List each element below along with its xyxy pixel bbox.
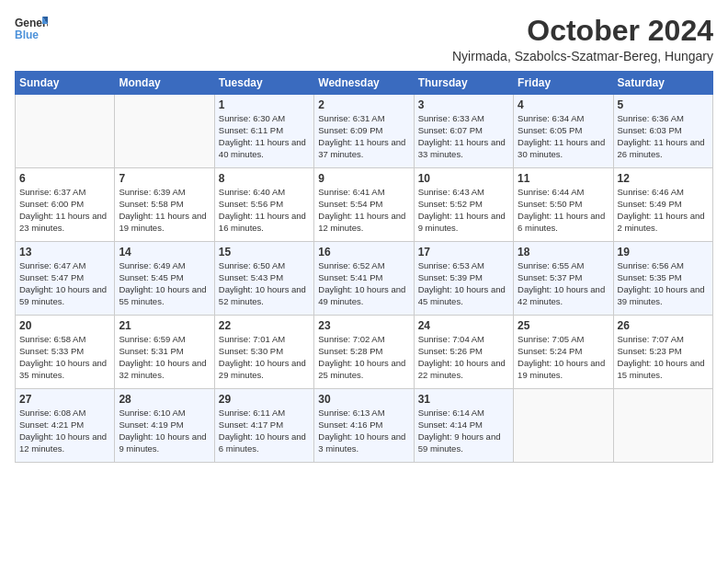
- day-number: 31: [418, 393, 509, 406]
- calendar-cell: 22Sunrise: 7:01 AMSunset: 5:30 PMDayligh…: [214, 316, 313, 389]
- calendar-cell: 16Sunrise: 6:52 AMSunset: 5:41 PMDayligh…: [314, 242, 414, 316]
- day-info: Sunrise: 6:30 AMSunset: 6:11 PMDaylight:…: [219, 113, 310, 160]
- calendar-table: SundayMondayTuesdayWednesdayThursdayFrid…: [15, 71, 713, 463]
- day-header-monday: Monday: [115, 72, 214, 95]
- day-number: 16: [318, 246, 409, 259]
- week-row-1: 1Sunrise: 6:30 AMSunset: 6:11 PMDaylight…: [16, 95, 713, 168]
- calendar-cell: 31Sunrise: 6:14 AMSunset: 4:14 PMDayligh…: [414, 389, 513, 463]
- day-info: Sunrise: 6:33 AMSunset: 6:07 PMDaylight:…: [418, 113, 509, 160]
- calendar-cell: 23Sunrise: 7:02 AMSunset: 5:28 PMDayligh…: [314, 316, 414, 389]
- calendar-cell: 8Sunrise: 6:40 AMSunset: 5:56 PMDaylight…: [214, 168, 313, 242]
- calendar-cell: 17Sunrise: 6:53 AMSunset: 5:39 PMDayligh…: [414, 242, 513, 316]
- day-info: Sunrise: 6:31 AMSunset: 6:09 PMDaylight:…: [318, 113, 409, 160]
- day-number: 20: [19, 319, 110, 332]
- day-number: 13: [19, 246, 110, 259]
- calendar-cell: 24Sunrise: 7:04 AMSunset: 5:26 PMDayligh…: [414, 316, 513, 389]
- day-number: 19: [618, 246, 709, 259]
- day-info: Sunrise: 6:49 AMSunset: 5:45 PMDaylight:…: [119, 260, 210, 307]
- day-number: 21: [119, 319, 210, 332]
- month-title: October 2024: [452, 15, 713, 47]
- calendar-cell: 4Sunrise: 6:34 AMSunset: 6:05 PMDaylight…: [514, 95, 613, 168]
- day-info: Sunrise: 6:13 AMSunset: 4:16 PMDaylight:…: [318, 408, 409, 454]
- day-info: Sunrise: 6:11 AMSunset: 4:17 PMDaylight:…: [219, 408, 310, 454]
- day-info: Sunrise: 6:41 AMSunset: 5:54 PMDaylight:…: [318, 187, 409, 234]
- day-number: 25: [518, 319, 609, 332]
- day-number: 12: [618, 172, 709, 185]
- day-info: Sunrise: 6:47 AMSunset: 5:47 PMDaylight:…: [19, 260, 110, 307]
- day-number: 2: [318, 98, 409, 111]
- day-number: 27: [19, 393, 110, 406]
- day-number: 6: [19, 172, 110, 185]
- day-info: Sunrise: 6:44 AMSunset: 5:50 PMDaylight:…: [518, 187, 609, 234]
- header-row: SundayMondayTuesdayWednesdayThursdayFrid…: [16, 72, 713, 95]
- day-header-wednesday: Wednesday: [314, 72, 414, 95]
- calendar-cell: 5Sunrise: 6:36 AMSunset: 6:03 PMDaylight…: [613, 95, 712, 168]
- day-header-saturday: Saturday: [613, 72, 712, 95]
- calendar-cell: 28Sunrise: 6:10 AMSunset: 4:19 PMDayligh…: [115, 389, 214, 463]
- calendar-cell: 18Sunrise: 6:55 AMSunset: 5:37 PMDayligh…: [514, 242, 613, 316]
- calendar-cell: 6Sunrise: 6:37 AMSunset: 6:00 PMDaylight…: [16, 168, 115, 242]
- day-info: Sunrise: 6:58 AMSunset: 5:33 PMDaylight:…: [19, 334, 110, 381]
- calendar-cell: 13Sunrise: 6:47 AMSunset: 5:47 PMDayligh…: [16, 242, 115, 316]
- calendar-cell: 14Sunrise: 6:49 AMSunset: 5:45 PMDayligh…: [115, 242, 214, 316]
- calendar-cell: 12Sunrise: 6:46 AMSunset: 5:49 PMDayligh…: [613, 168, 712, 242]
- day-info: Sunrise: 6:37 AMSunset: 6:00 PMDaylight:…: [19, 187, 110, 234]
- calendar-cell: 19Sunrise: 6:56 AMSunset: 5:35 PMDayligh…: [613, 242, 712, 316]
- page-header: General Blue October 2024 Nyirmada, Szab…: [15, 15, 713, 63]
- week-row-5: 27Sunrise: 6:08 AMSunset: 4:21 PMDayligh…: [16, 389, 713, 463]
- day-number: 14: [119, 246, 210, 259]
- day-number: 10: [418, 172, 509, 185]
- day-info: Sunrise: 6:40 AMSunset: 5:56 PMDaylight:…: [219, 187, 310, 234]
- day-info: Sunrise: 6:46 AMSunset: 5:49 PMDaylight:…: [618, 187, 709, 234]
- day-number: 4: [518, 98, 609, 111]
- logo: General Blue: [15, 15, 48, 46]
- day-info: Sunrise: 6:36 AMSunset: 6:03 PMDaylight:…: [618, 113, 709, 160]
- week-row-4: 20Sunrise: 6:58 AMSunset: 5:33 PMDayligh…: [16, 316, 713, 389]
- calendar-cell: 1Sunrise: 6:30 AMSunset: 6:11 PMDaylight…: [214, 95, 313, 168]
- calendar-cell: 30Sunrise: 6:13 AMSunset: 4:16 PMDayligh…: [314, 389, 414, 463]
- calendar-cell: [115, 95, 214, 168]
- calendar-cell: [514, 389, 613, 463]
- day-number: 3: [418, 98, 509, 111]
- calendar-body: 1Sunrise: 6:30 AMSunset: 6:11 PMDaylight…: [16, 95, 713, 463]
- day-header-tuesday: Tuesday: [214, 72, 313, 95]
- day-number: 11: [518, 172, 609, 185]
- day-info: Sunrise: 7:02 AMSunset: 5:28 PMDaylight:…: [318, 334, 409, 381]
- day-info: Sunrise: 7:05 AMSunset: 5:24 PMDaylight:…: [518, 334, 609, 381]
- svg-text:Blue: Blue: [15, 29, 39, 41]
- calendar-cell: 3Sunrise: 6:33 AMSunset: 6:07 PMDaylight…: [414, 95, 513, 168]
- day-number: 7: [119, 172, 210, 185]
- calendar-cell: 21Sunrise: 6:59 AMSunset: 5:31 PMDayligh…: [115, 316, 214, 389]
- calendar-cell: 10Sunrise: 6:43 AMSunset: 5:52 PMDayligh…: [414, 168, 513, 242]
- day-header-friday: Friday: [514, 72, 613, 95]
- calendar-cell: 9Sunrise: 6:41 AMSunset: 5:54 PMDaylight…: [314, 168, 414, 242]
- day-info: Sunrise: 7:07 AMSunset: 5:23 PMDaylight:…: [618, 334, 709, 381]
- title-block: October 2024 Nyirmada, Szabolcs-Szatmar-…: [452, 15, 713, 63]
- location: Nyirmada, Szabolcs-Szatmar-Bereg, Hungar…: [452, 49, 713, 63]
- day-info: Sunrise: 6:59 AMSunset: 5:31 PMDaylight:…: [119, 334, 210, 381]
- calendar-cell: 15Sunrise: 6:50 AMSunset: 5:43 PMDayligh…: [214, 242, 313, 316]
- week-row-3: 13Sunrise: 6:47 AMSunset: 5:47 PMDayligh…: [16, 242, 713, 316]
- day-number: 29: [219, 393, 310, 406]
- calendar-header: SundayMondayTuesdayWednesdayThursdayFrid…: [16, 72, 713, 95]
- day-number: 24: [418, 319, 509, 332]
- calendar-cell: 20Sunrise: 6:58 AMSunset: 5:33 PMDayligh…: [16, 316, 115, 389]
- week-row-2: 6Sunrise: 6:37 AMSunset: 6:00 PMDaylight…: [16, 168, 713, 242]
- day-number: 1: [219, 98, 310, 111]
- calendar-cell: 2Sunrise: 6:31 AMSunset: 6:09 PMDaylight…: [314, 95, 414, 168]
- day-info: Sunrise: 6:10 AMSunset: 4:19 PMDaylight:…: [119, 408, 210, 454]
- day-info: Sunrise: 6:55 AMSunset: 5:37 PMDaylight:…: [518, 260, 609, 307]
- calendar-cell: 26Sunrise: 7:07 AMSunset: 5:23 PMDayligh…: [613, 316, 712, 389]
- day-number: 17: [418, 246, 509, 259]
- day-info: Sunrise: 6:08 AMSunset: 4:21 PMDaylight:…: [19, 408, 110, 454]
- day-info: Sunrise: 7:01 AMSunset: 5:30 PMDaylight:…: [219, 334, 310, 381]
- day-number: 23: [318, 319, 409, 332]
- day-info: Sunrise: 6:56 AMSunset: 5:35 PMDaylight:…: [618, 260, 709, 307]
- calendar-cell: [613, 389, 712, 463]
- day-header-thursday: Thursday: [414, 72, 513, 95]
- calendar-cell: 27Sunrise: 6:08 AMSunset: 4:21 PMDayligh…: [16, 389, 115, 463]
- day-info: Sunrise: 6:39 AMSunset: 5:58 PMDaylight:…: [119, 187, 210, 234]
- day-number: 28: [119, 393, 210, 406]
- calendar-cell: 29Sunrise: 6:11 AMSunset: 4:17 PMDayligh…: [214, 389, 313, 463]
- day-number: 30: [318, 393, 409, 406]
